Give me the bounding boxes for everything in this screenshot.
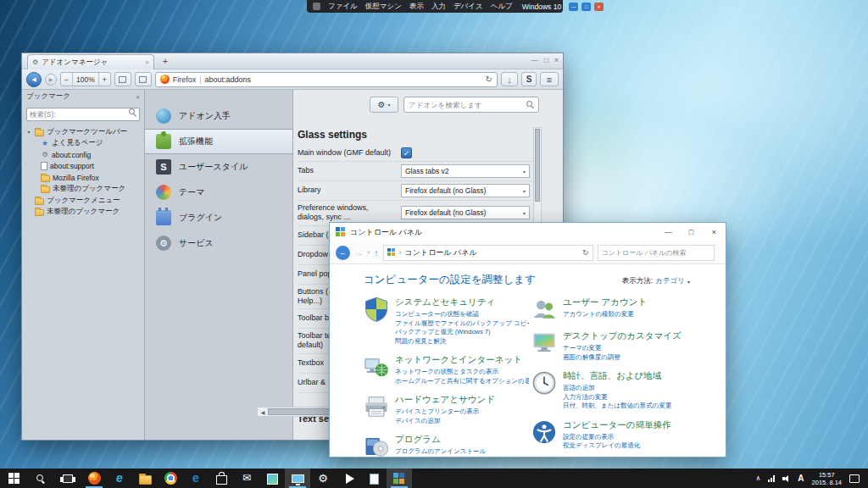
category-plugins[interactable]: プラグイン: [145, 205, 292, 230]
toolbar-button-1[interactable]: [114, 72, 131, 86]
category-link[interactable]: デバイスとプリンターの表示: [395, 408, 495, 417]
close-button[interactable]: ×: [703, 223, 726, 241]
category-link[interactable]: コンピューターの状態を確認: [395, 310, 529, 319]
firefox-minimize-button[interactable]: —: [531, 56, 538, 64]
volume-icon[interactable]: [782, 474, 790, 482]
menu-input[interactable]: 入力: [431, 2, 446, 12]
category-link[interactable]: アカウントの種類の変更: [563, 310, 647, 319]
bookmark-about-config[interactable]: about:config: [22, 149, 144, 161]
taskbar-app-this-pc[interactable]: [285, 469, 310, 488]
category-link[interactable]: デバイスの追加: [395, 417, 495, 426]
recent-pages-dropdown[interactable]: ˅: [367, 250, 370, 255]
category-link[interactable]: 視覚ディスプレイの最適化: [563, 441, 670, 451]
scroll-left-button[interactable]: ◀: [258, 408, 268, 416]
category-title[interactable]: システムとセキュリティ: [395, 297, 529, 308]
back-button[interactable]: ←: [336, 246, 350, 260]
taskbar-search-button[interactable]: [27, 469, 54, 488]
taskbar-app-file-explorer[interactable]: [132, 469, 158, 488]
toolbar-button-2[interactable]: [135, 72, 152, 86]
addons-tools-button[interactable]: ⚙ ▾: [370, 97, 398, 113]
menu-virtual-machine[interactable]: 仮想マシン: [365, 2, 402, 12]
firefox-close-button[interactable]: ×: [554, 56, 559, 64]
reload-icon[interactable]: ↻: [486, 75, 492, 84]
stylish-button[interactable]: S: [521, 72, 537, 86]
expander-icon[interactable]: ▾: [25, 129, 32, 135]
menu-file[interactable]: ファイル: [328, 2, 358, 12]
ime-mode-indicator[interactable]: A: [798, 474, 804, 483]
system-security-icon[interactable]: [364, 297, 389, 322]
appearance-personalization-icon[interactable]: [531, 330, 557, 356]
bookmark-folder-unsorted-2[interactable]: 未整理のブックマーク: [22, 207, 144, 219]
bookmark-folder-mozilla[interactable]: Mozilla Firefox: [22, 172, 144, 184]
category-title[interactable]: ハードウェアとサウンド: [395, 394, 495, 406]
user-accounts-icon[interactable]: [531, 297, 557, 322]
network-icon[interactable]: [768, 475, 775, 482]
new-tab-button[interactable]: +: [159, 55, 172, 68]
programs-icon[interactable]: [364, 434, 389, 459]
bookmark-about-support[interactable]: about:support: [22, 161, 144, 173]
category-title[interactable]: デスクトップのカスタマイズ: [563, 330, 682, 342]
category-title[interactable]: プログラム: [395, 434, 486, 446]
addons-search-input[interactable]: [409, 101, 526, 109]
view-by-dropdown[interactable]: カテゴリ: [655, 276, 685, 286]
menu-help[interactable]: ヘルプ: [491, 2, 513, 12]
category-link[interactable]: ネットワークの状態とタスクの表示: [395, 368, 529, 377]
bookmark-folder-toolbar[interactable]: ▾ ブックマークツールバー: [22, 126, 144, 138]
taskbar-clock[interactable]: 15:57 2015. 8.14: [812, 471, 842, 486]
taskbar-app-internet-explorer[interactable]: [107, 469, 132, 488]
category-link[interactable]: ファイル履歴でファイルのバックアップ コピーを保存: [395, 319, 529, 329]
ease-of-access-icon[interactable]: [531, 419, 557, 445]
vm-maximize-button[interactable]: □: [581, 3, 591, 11]
taskbar-app-mail[interactable]: [234, 469, 259, 488]
category-link[interactable]: 設定の提案の表示: [563, 433, 670, 442]
refresh-button[interactable]: ↻: [582, 248, 589, 257]
taskbar-app-edge[interactable]: [183, 469, 209, 488]
control-panel-titlebar[interactable]: コントロール パネル — □ ×: [330, 223, 726, 241]
category-extensions[interactable]: 拡張機能: [145, 129, 292, 154]
category-link[interactable]: 日付、時刻、または数値の形式の変更: [563, 402, 671, 411]
task-view-button[interactable]: [54, 469, 81, 488]
up-button[interactable]: ↑: [375, 248, 379, 258]
minimize-button[interactable]: —: [657, 223, 680, 241]
start-button[interactable]: [0, 469, 27, 488]
category-link[interactable]: 問題の発見と解決: [395, 337, 529, 347]
scrollbar-thumb[interactable]: [535, 129, 540, 202]
category-title[interactable]: コンピューターの簡単操作: [563, 419, 670, 431]
action-center-button[interactable]: [849, 474, 860, 483]
breadcrumb[interactable]: コントロール パネル: [405, 247, 477, 258]
tab-close-button[interactable]: ×: [145, 58, 149, 66]
firefox-titlebar[interactable]: ⚙ アドオンマネージャ × + — □ ×: [22, 53, 563, 69]
bookmarks-search-input[interactable]: [26, 108, 140, 121]
search-input[interactable]: [602, 249, 710, 257]
category-get-addons[interactable]: アドオン入手: [145, 103, 292, 129]
sidebar-close-button[interactable]: ×: [136, 93, 140, 101]
clock-language-region-icon[interactable]: [531, 370, 557, 396]
firefox-maximize-button[interactable]: □: [544, 56, 548, 64]
taskbar-app-firefox[interactable]: [81, 469, 107, 488]
preferences-select[interactable]: Firefox default (no Glass) ▾: [401, 206, 530, 219]
url-bar[interactable]: Firefox | about:addons ↻: [155, 72, 498, 87]
taskbar-app-notepad[interactable]: [361, 469, 387, 488]
category-link[interactable]: 入力方法の変更: [563, 393, 671, 402]
category-user-styles[interactable]: ユーザースタイル: [145, 154, 292, 180]
category-link[interactable]: テーマの変更: [563, 344, 682, 353]
show-hidden-icons-button[interactable]: ∧: [755, 474, 760, 482]
menu-button[interactable]: ≡: [540, 72, 559, 86]
back-button[interactable]: ◀: [26, 72, 42, 87]
main-window-checkbox[interactable]: ✓: [401, 147, 412, 158]
category-services[interactable]: サービス: [145, 230, 292, 256]
menu-devices[interactable]: デバイス: [453, 2, 483, 12]
category-themes[interactable]: テーマ: [145, 180, 292, 205]
category-title[interactable]: ユーザー アカウント: [563, 297, 647, 308]
category-link[interactable]: 言語の追加: [563, 384, 671, 393]
category-link[interactable]: プログラムのアンインストール: [395, 447, 486, 457]
menu-view[interactable]: 表示: [409, 2, 424, 12]
bookmark-most-visited[interactable]: よく見るページ: [22, 138, 144, 150]
category-title[interactable]: ネットワークとインターネット: [395, 354, 529, 366]
maximize-button[interactable]: □: [680, 223, 703, 241]
bookmark-folder-menu[interactable]: ブックマークメニュー: [22, 195, 144, 207]
library-select[interactable]: Firefox default (no Glass) ▾: [401, 184, 530, 197]
tab-addons-manager[interactable]: ⚙ アドオンマネージャ ×: [27, 54, 154, 69]
forward-button[interactable]: →: [354, 248, 363, 258]
bookmark-folder-unsorted-1[interactable]: 未整理のブックマーク: [22, 184, 144, 196]
